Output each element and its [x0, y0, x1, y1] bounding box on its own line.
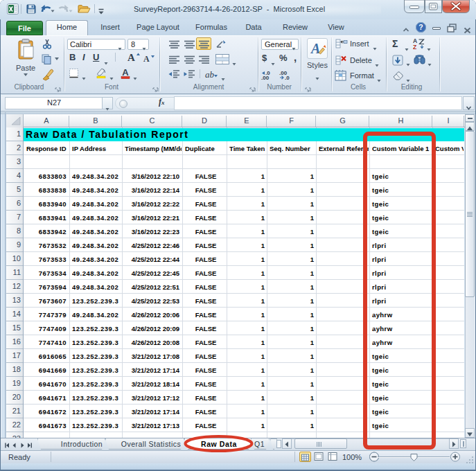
svg-text:A: A [122, 67, 129, 78]
svg-text:ab: ab [205, 69, 215, 80]
svg-text:.0: .0 [285, 75, 290, 80]
svg-text:?: ? [418, 23, 423, 31]
svg-text:Z: Z [413, 44, 416, 50]
svg-text:.00: .00 [261, 75, 270, 80]
svg-text:A: A [127, 52, 135, 62]
svg-text:A: A [143, 54, 150, 63]
svg-text:A: A [310, 41, 320, 56]
svg-text:Paste: Paste [16, 64, 35, 72]
